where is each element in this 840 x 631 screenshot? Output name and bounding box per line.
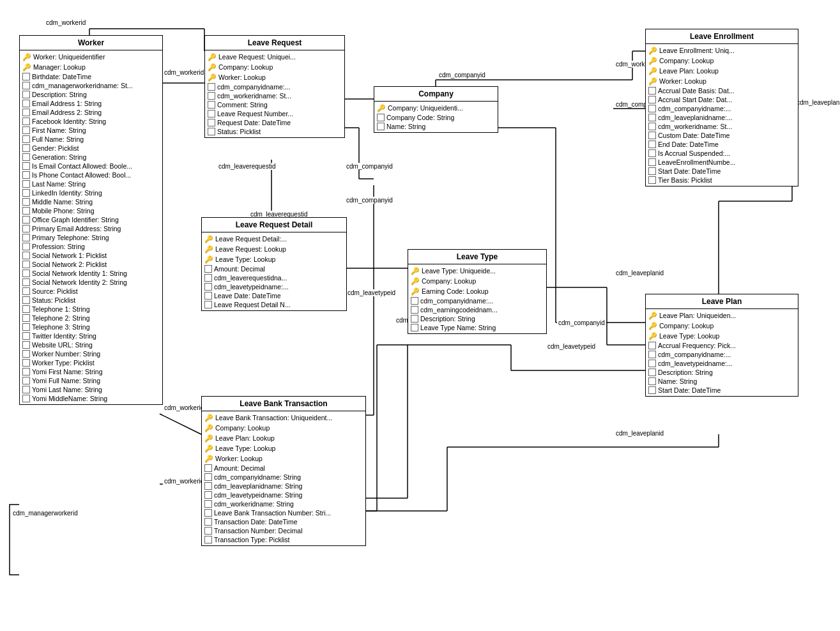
field-icon [377, 114, 385, 121]
entity-leave-type: Leave Type 🔑Leave Type: Uniqueide... 🔑Co… [408, 249, 547, 334]
field-icon [22, 135, 30, 143]
key-icon: 🔑 [22, 52, 31, 61]
field-icon [22, 189, 30, 197]
field-icon [22, 100, 30, 107]
entity-leave-enrollment: Leave Enrollment 🔑Leave Enrollment: Uniq… [645, 29, 798, 186]
field-icon [22, 377, 30, 384]
field-icon [204, 274, 212, 282]
field-icon [22, 234, 30, 241]
field-icon [22, 225, 30, 232]
key-icon: 🔑 [208, 63, 217, 72]
field-icon [22, 314, 30, 322]
field-icon [22, 109, 30, 116]
field-icon [22, 278, 30, 286]
entity-worker: Worker 🔑Worker: Uniqueidentifier 🔑Manage… [19, 35, 163, 405]
key-icon: 🔑 [411, 266, 420, 275]
field-icon [204, 527, 212, 535]
field-icon [22, 180, 30, 188]
field-icon [208, 92, 215, 100]
entity-company-fields: 🔑Company: Uniqueidenti... Company Code: … [374, 102, 498, 132]
field-icon [411, 315, 418, 323]
label-cdm-workerid-top: cdm_workerid [45, 19, 87, 26]
label-cdm-companyid-4: cdm_companyid [557, 319, 606, 326]
field-icon [204, 265, 212, 273]
field-icon [22, 261, 30, 268]
field-icon [204, 283, 212, 291]
field-icon [648, 87, 656, 95]
label-cdm-leaveplanid-1: cdm_leaveplanid [615, 270, 665, 277]
field-icon [22, 252, 30, 259]
field-icon [22, 323, 30, 331]
field-icon [22, 207, 30, 215]
field-icon [648, 96, 656, 103]
key-icon: 🔑 [648, 321, 657, 330]
key-icon: 🔑 [204, 444, 213, 453]
key-icon: 🔑 [204, 423, 213, 432]
key-icon: 🔑 [204, 434, 213, 443]
diagram-container: cdm_workerid cdm_workerid cdm_workerid c… [0, 0, 840, 631]
field-icon [204, 500, 212, 508]
entity-leave-type-fields: 🔑Leave Type: Uniqueide... 🔑Company: Look… [408, 264, 546, 333]
key-icon: 🔑 [204, 413, 213, 422]
field-icon [22, 82, 30, 89]
label-cdm-workerid-2: cdm_workerid [163, 404, 205, 411]
field-icon [411, 306, 418, 314]
field-icon [22, 386, 30, 393]
key-icon: 🔑 [648, 66, 657, 75]
field-icon [22, 359, 30, 367]
field-icon [648, 149, 656, 157]
key-icon: 🔑 [377, 103, 386, 112]
label-cdm-workerid-1: cdm_workerid [163, 69, 205, 76]
field-icon [22, 216, 30, 224]
field-icon [648, 123, 656, 130]
field-icon [648, 369, 656, 376]
field-icon [648, 386, 656, 394]
entity-leave-plan: Leave Plan 🔑Leave Plan: Uniqueiden... 🔑C… [645, 294, 798, 397]
field-icon [208, 128, 215, 135]
field-icon [22, 395, 30, 402]
key-icon: 🔑 [204, 234, 213, 243]
field-icon [204, 518, 212, 526]
entity-leave-bank-transaction: Leave Bank Transaction 🔑Leave Bank Trans… [201, 396, 366, 546]
field-icon [208, 119, 215, 126]
field-icon [204, 301, 212, 308]
key-icon: 🔑 [208, 52, 217, 61]
entity-leave-enrollment-fields: 🔑Leave Enrollment: Uniq... 🔑Company: Loo… [646, 44, 798, 186]
key-icon: 🔑 [648, 311, 657, 320]
key-icon: 🔑 [411, 287, 420, 296]
entity-worker-fields: 🔑Worker: Uniqueidentifier 🔑Manager: Look… [20, 50, 162, 404]
field-icon [22, 270, 30, 277]
field-icon [22, 153, 30, 161]
key-icon: 🔑 [204, 255, 213, 264]
field-icon [22, 305, 30, 313]
key-icon: 🔑 [208, 73, 217, 82]
field-icon [204, 292, 212, 300]
label-cdm-leaveplanid-2: cdm_leaveplanid [615, 430, 665, 437]
field-icon [204, 482, 212, 490]
field-icon [22, 243, 30, 250]
label-cdm-leaverequestid-1: cdm_leaverequestid [217, 163, 277, 170]
entity-leave-request: Leave Request 🔑Leave Request: Uniquei...… [204, 35, 345, 138]
entity-leave-bank-transaction-title: Leave Bank Transaction [202, 397, 365, 411]
entity-leave-request-detail: Leave Request Detail 🔑Leave Request Deta… [201, 217, 347, 311]
key-icon: 🔑 [22, 63, 31, 72]
field-icon [22, 73, 30, 80]
field-icon [648, 176, 656, 184]
field-icon [377, 123, 385, 130]
field-icon [208, 110, 215, 118]
entity-leave-type-title: Leave Type [408, 250, 546, 264]
entity-leave-request-detail-fields: 🔑Leave Request Detail:... 🔑Leave Request… [202, 232, 346, 310]
field-icon [648, 141, 656, 148]
field-icon [208, 101, 215, 109]
field-icon [204, 536, 212, 544]
field-icon [648, 132, 656, 139]
entity-leave-request-fields: 🔑Leave Request: Uniquei... 🔑Company: Loo… [205, 50, 344, 137]
field-icon [204, 473, 212, 481]
key-icon: 🔑 [204, 245, 213, 254]
field-icon [22, 368, 30, 376]
field-icon [648, 167, 656, 175]
field-icon [22, 198, 30, 206]
key-icon: 🔑 [204, 454, 213, 463]
entity-company: Company 🔑Company: Uniqueidenti... Compan… [374, 86, 498, 133]
field-icon [22, 91, 30, 98]
